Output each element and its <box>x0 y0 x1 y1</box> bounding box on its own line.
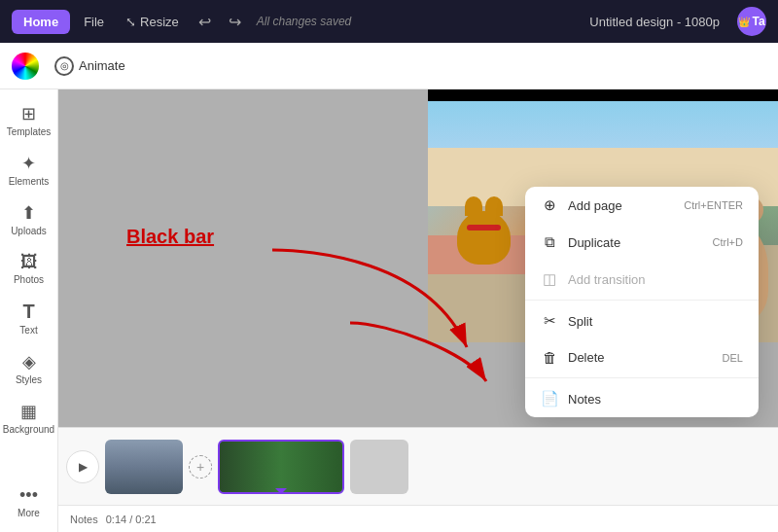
file-button[interactable]: File <box>76 10 112 34</box>
sidebar-label-more: More <box>18 508 40 518</box>
color-picker[interactable] <box>12 53 39 80</box>
cm-notes-label: Notes <box>568 392 601 407</box>
status-bar: Notes 0:14 / 0:21 <box>58 505 778 532</box>
sidebar-label-templates: Templates <box>7 126 52 137</box>
cm-add-transition-left: ◫ Add transition <box>541 270 646 288</box>
saved-status: All changes saved <box>257 15 351 28</box>
cm-divider-1 <box>525 300 759 301</box>
collar <box>467 225 501 231</box>
sidebar-item-photos[interactable]: 🖼 Photos <box>4 246 54 291</box>
cm-add-page[interactable]: ⊕ Add page Ctrl+ENTER <box>525 187 759 224</box>
timeline: ▶ ‹ + <box>58 427 778 505</box>
context-menu: ⊕ Add page Ctrl+ENTER ⧉ Duplicate Ctrl+D… <box>525 187 759 417</box>
clip-indicator <box>275 488 287 494</box>
delete-icon: 🗑 <box>541 349 558 366</box>
cm-duplicate-shortcut: Ctrl+D <box>713 236 743 248</box>
clip1-bg <box>105 440 183 494</box>
canvas-area: Black bar <box>58 89 778 532</box>
canvas-content: Black bar <box>58 89 778 427</box>
notes-label: Notes <box>70 514 98 525</box>
timeline-clip-3[interactable] <box>350 440 408 494</box>
text-icon: T <box>22 301 34 323</box>
uploads-icon: ⬆ <box>21 202 36 224</box>
cm-delete-left: 🗑 Delete <box>541 349 605 366</box>
sidebar-item-styles[interactable]: ◈ Styles <box>4 345 54 391</box>
avatar-initial: Ta <box>752 15 764 28</box>
cm-duplicate-left: ⧉ Duplicate <box>541 233 620 251</box>
sidebar-item-uploads[interactable]: ⬆ Uploads <box>4 196 54 242</box>
cm-duplicate-label: Duplicate <box>568 235 620 250</box>
topbar: Home File ⤡ Resize ↩ ↪ All changes saved… <box>0 0 778 43</box>
animate-icon: ◎ <box>54 56 74 76</box>
timeline-clip-1[interactable] <box>105 440 183 494</box>
cm-split-left: ✂ Split <box>541 312 592 330</box>
undo-button[interactable]: ↩ <box>193 9 217 35</box>
styles-icon: ◈ <box>22 351 36 372</box>
resize-icon: ⤡ <box>125 15 136 29</box>
timeline-clip-2-selected[interactable] <box>218 440 344 494</box>
sidebar-item-templates[interactable]: ⊞ Templates <box>4 97 54 143</box>
photos-icon: 🖼 <box>20 252 38 272</box>
sidebar-label-photos: Photos <box>14 274 44 285</box>
cm-split[interactable]: ✂ Split <box>525 302 759 339</box>
secondary-toolbar: ◎ Animate <box>0 43 778 89</box>
crown-icon: 👑 <box>738 17 750 27</box>
clip2-bg <box>220 442 342 492</box>
cm-delete-label: Delete <box>568 350 605 365</box>
cm-add-page-label: Add page <box>568 198 622 213</box>
sidebar-item-more[interactable]: ••• More <box>4 479 54 524</box>
add-clip-button[interactable]: + <box>189 455 212 479</box>
ear-1 <box>465 196 482 216</box>
notes-icon: 📄 <box>541 390 558 408</box>
cm-duplicate[interactable]: ⧉ Duplicate Ctrl+D <box>525 224 759 261</box>
redo-button[interactable]: ↪ <box>223 9 247 35</box>
clip3-bg <box>350 440 408 494</box>
avatar[interactable]: 👑 Ta <box>737 7 766 36</box>
cm-add-transition: ◫ Add transition <box>525 261 759 298</box>
plus-icon: + <box>196 459 204 475</box>
animal-1 <box>457 211 511 265</box>
sidebar-label-styles: Styles <box>16 374 42 385</box>
cm-notes-left: 📄 Notes <box>541 390 601 408</box>
time-display: 0:14 / 0:21 <box>106 514 157 525</box>
document-title: Untitled design - 1080p <box>589 15 720 29</box>
background-icon: ▦ <box>20 401 37 422</box>
ear-2 <box>485 196 503 216</box>
black-bar-top <box>428 89 778 101</box>
play-icon: ▶ <box>79 460 88 474</box>
add-page-icon: ⊕ <box>541 196 558 214</box>
more-icon: ••• <box>19 485 38 506</box>
sidebar-label-background: Background <box>3 424 54 435</box>
sidebar-label-uploads: Uploads <box>11 226 47 236</box>
black-bar-annotation: Black bar <box>126 226 214 248</box>
sidebar-item-text[interactable]: T Text <box>4 295 54 341</box>
cm-add-page-left: ⊕ Add page <box>541 196 622 214</box>
sidebar-label-text: Text <box>19 325 37 336</box>
home-button[interactable]: Home <box>12 10 70 34</box>
sidebar-item-background[interactable]: ▦ Background <box>4 395 54 441</box>
split-icon: ✂ <box>541 312 558 330</box>
sidebar-label-elements: Elements <box>9 176 50 187</box>
transition-icon: ◫ <box>541 270 558 288</box>
templates-icon: ⊞ <box>21 103 36 124</box>
play-button[interactable]: ▶ <box>66 450 99 483</box>
cm-notes[interactable]: 📄 Notes <box>525 380 759 417</box>
cm-divider-2 <box>525 377 759 378</box>
cm-delete-shortcut: DEL <box>723 352 743 364</box>
cm-add-transition-label: Add transition <box>568 272 646 287</box>
sidebar: ⊞ Templates ✦ Elements ⬆ Uploads 🖼 Photo… <box>0 89 58 532</box>
cm-delete[interactable]: 🗑 Delete DEL <box>525 339 759 375</box>
cm-split-label: Split <box>568 314 592 329</box>
duplicate-icon: ⧉ <box>541 233 558 251</box>
sidebar-item-elements[interactable]: ✦ Elements <box>4 147 54 193</box>
animate-button[interactable]: ◎ Animate <box>47 52 133 81</box>
resize-button[interactable]: ⤡ Resize <box>118 10 187 34</box>
elements-icon: ✦ <box>21 153 36 174</box>
main-layout: ⊞ Templates ✦ Elements ⬆ Uploads 🖼 Photo… <box>0 89 778 532</box>
cm-add-page-shortcut: Ctrl+ENTER <box>684 199 743 211</box>
